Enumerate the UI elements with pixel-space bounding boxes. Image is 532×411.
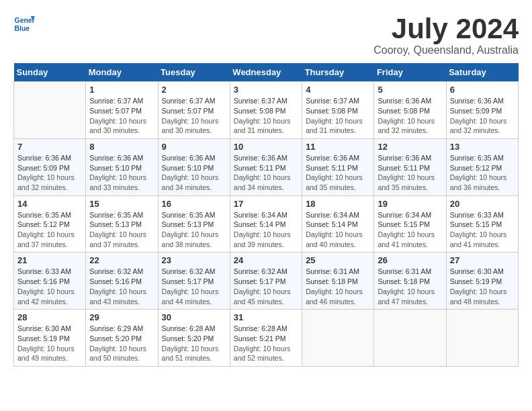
calendar-cell (374, 310, 446, 367)
calendar-cell: 26Sunrise: 6:31 AMSunset: 5:18 PMDayligh… (374, 253, 446, 310)
day-info: Sunrise: 6:33 AMSunset: 5:16 PMDaylight:… (17, 267, 82, 306)
day-info: Sunrise: 6:37 AMSunset: 5:08 PMDaylight:… (234, 96, 298, 136)
day-number: 11 (306, 142, 370, 152)
day-info: Sunrise: 6:36 AMSunset: 5:08 PMDaylight:… (378, 96, 442, 136)
day-info: Sunrise: 6:28 AMSunset: 5:20 PMDaylight:… (162, 324, 226, 363)
calendar-cell: 2Sunrise: 6:37 AMSunset: 5:07 PMDaylight… (158, 82, 230, 139)
day-info: Sunrise: 6:30 AMSunset: 5:19 PMDaylight:… (450, 267, 515, 306)
day-number: 2 (162, 85, 226, 95)
day-number: 21 (17, 255, 82, 265)
calendar-cell: 1Sunrise: 6:37 AMSunset: 5:07 PMDaylight… (86, 82, 158, 139)
calendar-cell: 23Sunrise: 6:32 AMSunset: 5:17 PMDayligh… (158, 253, 230, 310)
calendar-cell (14, 82, 86, 139)
calendar-cell (446, 310, 518, 367)
calendar-cell: 22Sunrise: 6:32 AMSunset: 5:16 PMDayligh… (86, 253, 158, 310)
day-info: Sunrise: 6:36 AMSunset: 5:10 PMDaylight:… (162, 153, 226, 193)
day-number: 30 (162, 312, 226, 322)
day-number: 12 (378, 142, 442, 152)
calendar-cell: 9Sunrise: 6:36 AMSunset: 5:10 PMDaylight… (158, 138, 230, 195)
day-number: 7 (17, 142, 82, 152)
day-number: 17 (234, 199, 298, 209)
col-monday: Monday (86, 63, 158, 82)
day-info: Sunrise: 6:29 AMSunset: 5:20 PMDaylight:… (89, 324, 154, 363)
calendar-cell: 17Sunrise: 6:34 AMSunset: 5:14 PMDayligh… (230, 195, 302, 253)
day-info: Sunrise: 6:35 AMSunset: 5:13 PMDaylight:… (89, 210, 154, 250)
day-info: Sunrise: 6:34 AMSunset: 5:14 PMDaylight:… (306, 210, 370, 250)
day-number: 31 (234, 312, 298, 322)
day-number: 20 (450, 199, 515, 209)
day-info: Sunrise: 6:32 AMSunset: 5:17 PMDaylight:… (162, 267, 226, 306)
day-info: Sunrise: 6:32 AMSunset: 5:17 PMDaylight:… (234, 267, 298, 306)
calendar-cell: 29Sunrise: 6:29 AMSunset: 5:20 PMDayligh… (86, 310, 158, 367)
calendar-cell: 5Sunrise: 6:36 AMSunset: 5:08 PMDaylight… (374, 82, 446, 139)
calendar-cell: 15Sunrise: 6:35 AMSunset: 5:13 PMDayligh… (86, 195, 158, 253)
day-info: Sunrise: 6:36 AMSunset: 5:09 PMDaylight:… (17, 153, 82, 193)
day-number: 22 (89, 255, 154, 265)
day-info: Sunrise: 6:34 AMSunset: 5:15 PMDaylight:… (378, 210, 442, 250)
day-info: Sunrise: 6:35 AMSunset: 5:12 PMDaylight:… (17, 210, 82, 250)
day-number: 16 (162, 199, 226, 209)
svg-text:Blue: Blue (15, 25, 30, 32)
calendar-header-row: Sunday Monday Tuesday Wednesday Thursday… (14, 63, 519, 82)
day-number: 23 (162, 255, 226, 265)
calendar-cell: 10Sunrise: 6:36 AMSunset: 5:11 PMDayligh… (230, 138, 302, 195)
calendar-cell: 13Sunrise: 6:35 AMSunset: 5:12 PMDayligh… (446, 138, 518, 195)
calendar-cell: 30Sunrise: 6:28 AMSunset: 5:20 PMDayligh… (158, 310, 230, 367)
day-number: 5 (378, 85, 442, 95)
day-info: Sunrise: 6:36 AMSunset: 5:11 PMDaylight:… (378, 153, 442, 193)
page-header: General Blue July 2024 Cooroy, Queenslan… (13, 13, 519, 56)
calendar-cell: 6Sunrise: 6:36 AMSunset: 5:09 PMDaylight… (446, 82, 518, 139)
col-friday: Friday (374, 63, 446, 82)
day-number: 19 (378, 199, 442, 209)
day-number: 26 (378, 255, 442, 265)
calendar-week-row: 7Sunrise: 6:36 AMSunset: 5:09 PMDaylight… (14, 138, 519, 195)
day-info: Sunrise: 6:31 AMSunset: 5:18 PMDaylight:… (306, 267, 370, 306)
day-info: Sunrise: 6:33 AMSunset: 5:15 PMDaylight:… (450, 210, 515, 250)
col-tuesday: Tuesday (158, 63, 230, 82)
calendar-cell: 16Sunrise: 6:35 AMSunset: 5:13 PMDayligh… (158, 195, 230, 253)
calendar-cell: 12Sunrise: 6:36 AMSunset: 5:11 PMDayligh… (374, 138, 446, 195)
calendar-week-row: 1Sunrise: 6:37 AMSunset: 5:07 PMDaylight… (14, 82, 519, 139)
day-number: 24 (234, 255, 298, 265)
day-number: 29 (89, 312, 154, 322)
day-number: 9 (162, 142, 226, 152)
calendar-cell: 25Sunrise: 6:31 AMSunset: 5:18 PMDayligh… (302, 253, 374, 310)
col-saturday: Saturday (446, 63, 518, 82)
calendar-cell: 27Sunrise: 6:30 AMSunset: 5:19 PMDayligh… (446, 253, 518, 310)
calendar-cell: 19Sunrise: 6:34 AMSunset: 5:15 PMDayligh… (374, 195, 446, 253)
calendar-week-row: 21Sunrise: 6:33 AMSunset: 5:16 PMDayligh… (14, 253, 519, 310)
day-number: 28 (17, 312, 82, 322)
calendar-table: Sunday Monday Tuesday Wednesday Thursday… (13, 63, 519, 367)
month-title: July 2024 (373, 13, 519, 44)
calendar-week-row: 28Sunrise: 6:30 AMSunset: 5:19 PMDayligh… (14, 310, 519, 367)
day-number: 25 (306, 255, 370, 265)
calendar-cell: 18Sunrise: 6:34 AMSunset: 5:14 PMDayligh… (302, 195, 374, 253)
day-number: 18 (306, 199, 370, 209)
calendar-cell: 11Sunrise: 6:36 AMSunset: 5:11 PMDayligh… (302, 138, 374, 195)
col-sunday: Sunday (14, 63, 86, 82)
day-info: Sunrise: 6:36 AMSunset: 5:10 PMDaylight:… (89, 153, 154, 193)
location-title: Cooroy, Queensland, Australia (373, 44, 519, 56)
calendar-week-row: 14Sunrise: 6:35 AMSunset: 5:12 PMDayligh… (14, 195, 519, 253)
day-number: 14 (17, 199, 82, 209)
day-number: 10 (234, 142, 298, 152)
day-info: Sunrise: 6:36 AMSunset: 5:11 PMDaylight:… (234, 153, 298, 193)
calendar-cell: 14Sunrise: 6:35 AMSunset: 5:12 PMDayligh… (14, 195, 86, 253)
calendar-cell: 7Sunrise: 6:36 AMSunset: 5:09 PMDaylight… (14, 138, 86, 195)
title-section: July 2024 Cooroy, Queensland, Australia (373, 13, 519, 56)
day-number: 3 (234, 85, 298, 95)
day-number: 4 (306, 85, 370, 95)
calendar-cell: 3Sunrise: 6:37 AMSunset: 5:08 PMDaylight… (230, 82, 302, 139)
calendar-cell: 21Sunrise: 6:33 AMSunset: 5:16 PMDayligh… (14, 253, 86, 310)
day-number: 8 (89, 142, 154, 152)
calendar-cell (302, 310, 374, 367)
calendar-cell: 24Sunrise: 6:32 AMSunset: 5:17 PMDayligh… (230, 253, 302, 310)
day-info: Sunrise: 6:35 AMSunset: 5:12 PMDaylight:… (450, 153, 515, 193)
day-info: Sunrise: 6:37 AMSunset: 5:07 PMDaylight:… (89, 96, 154, 136)
day-number: 13 (450, 142, 515, 152)
calendar-cell: 31Sunrise: 6:28 AMSunset: 5:21 PMDayligh… (230, 310, 302, 367)
logo: General Blue (13, 13, 35, 35)
day-info: Sunrise: 6:31 AMSunset: 5:18 PMDaylight:… (378, 267, 442, 306)
day-number: 1 (89, 85, 154, 95)
calendar-cell: 28Sunrise: 6:30 AMSunset: 5:19 PMDayligh… (14, 310, 86, 367)
